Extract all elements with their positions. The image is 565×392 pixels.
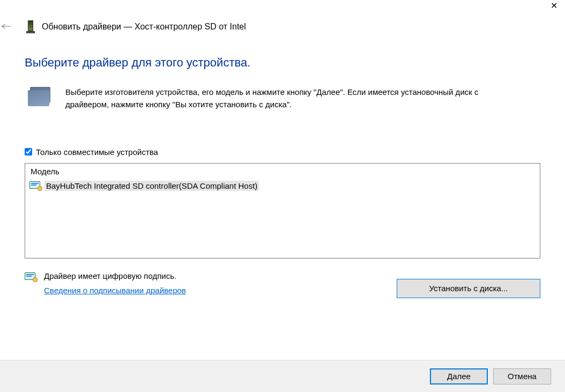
compatible-only-checkbox[interactable] [25,148,32,156]
window-title: Обновить драйвери — Хост-контроллер SD о… [42,22,246,32]
signed-driver-icon [29,181,41,190]
model-item-label: BayHubTech Integrated SD controller(SDA … [44,181,259,191]
close-icon[interactable]: ✕ [551,2,557,10]
model-list-item[interactable]: BayHubTech Integrated SD controller(SDA … [25,179,540,193]
model-list[interactable]: Модель BayHubTech Integrated SD controll… [25,163,540,258]
signing-info-link[interactable]: Сведения о подписывании драйверов [44,286,186,295]
wizard-footer: Далее Отмена [0,360,565,392]
folder-icon [28,87,51,106]
page-heading: Выберите драйвер для этого устройства. [25,56,540,70]
model-list-header: Модель [25,164,540,179]
signature-status-text: Драйвер имеет цифровую подпись. [44,271,186,280]
signed-driver-icon [25,272,36,281]
cancel-button[interactable]: Отмена [493,368,551,384]
instruction-text: Выберите изготовителя устройства, его мо… [65,86,484,111]
install-from-disk-button[interactable]: Установить с диска... [397,279,540,298]
wizard-header: Обновить драйвери — Хост-контроллер SD о… [0,0,565,33]
back-arrow-icon[interactable] [1,23,11,31]
compatible-only-label[interactable]: Только совместимые устройства [36,147,158,157]
next-button[interactable]: Далее [430,368,488,384]
device-icon [26,20,35,33]
